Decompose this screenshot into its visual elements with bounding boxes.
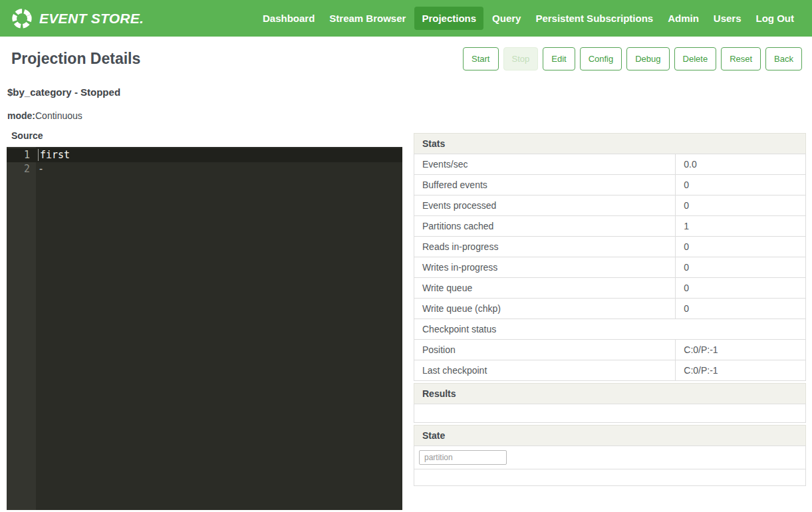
stat-label: Checkpoint status bbox=[414, 319, 806, 340]
stat-label: Last checkpoint bbox=[414, 360, 676, 381]
table-row: Buffered events 0 bbox=[414, 175, 806, 195]
stat-value: C:0/P:-1 bbox=[676, 360, 806, 381]
details-panel: Stats Events/sec 0.0 Buffered events 0 E… bbox=[414, 133, 806, 486]
logo-text: EVENT STORE. bbox=[39, 11, 144, 27]
edit-button[interactable]: Edit bbox=[543, 47, 575, 70]
nav-item-query[interactable]: Query bbox=[486, 7, 527, 29]
mode-value: Continuous bbox=[35, 110, 82, 121]
table-row: Events/sec 0.0 bbox=[414, 154, 806, 175]
table-row: Writes in-progress 0 bbox=[414, 257, 806, 278]
state-section-header: State bbox=[414, 425, 806, 446]
code-line: 2 - bbox=[7, 162, 402, 176]
source-code-editor[interactable]: 1 first 2 - bbox=[7, 147, 402, 510]
partition-input[interactable] bbox=[419, 450, 507, 465]
table-row: Checkpoint status bbox=[414, 319, 806, 340]
content-columns: Source 1 first 2 - Stats Events/sec 0.0 … bbox=[0, 130, 812, 510]
config-button[interactable]: Config bbox=[580, 47, 622, 70]
nav-item-stream-browser[interactable]: Stream Browser bbox=[323, 7, 412, 29]
source-panel: Source 1 first 2 - bbox=[7, 130, 402, 510]
nav-item-persistent-subscriptions[interactable]: Persistent Subscriptions bbox=[529, 7, 659, 29]
page-header: Projection Details Start Stop Edit Confi… bbox=[11, 47, 802, 70]
nav-item-dashboard[interactable]: Dashboard bbox=[257, 7, 321, 29]
line-number: 2 bbox=[7, 162, 36, 176]
stat-value: 0 bbox=[676, 195, 806, 216]
event-store-ring-icon bbox=[11, 7, 33, 30]
source-heading: Source bbox=[11, 130, 402, 141]
stats-table: Events/sec 0.0 Buffered events 0 Events … bbox=[414, 154, 806, 381]
delete-button[interactable]: Delete bbox=[674, 47, 717, 70]
stat-label: Reads in-progress bbox=[414, 237, 676, 257]
table-row: Partitions cached 1 bbox=[414, 216, 806, 237]
code-text: - bbox=[36, 162, 44, 176]
stat-label: Buffered events bbox=[414, 175, 676, 195]
stat-label: Events processed bbox=[414, 195, 676, 216]
stat-label: Partitions cached bbox=[414, 216, 676, 237]
back-button[interactable]: Back bbox=[765, 47, 802, 70]
stat-value: C:0/P:-1 bbox=[676, 340, 806, 360]
projection-toolbar: Start Stop Edit Config Debug Delete Rese… bbox=[463, 47, 802, 70]
table-row: Reads in-progress 0 bbox=[414, 237, 806, 257]
stat-label: Events/sec bbox=[414, 154, 676, 175]
reset-button[interactable]: Reset bbox=[721, 47, 761, 70]
table-row: Position C:0/P:-1 bbox=[414, 340, 806, 360]
debug-button[interactable]: Debug bbox=[626, 47, 669, 70]
stat-value: 0 bbox=[676, 175, 806, 195]
page-title: Projection Details bbox=[11, 50, 140, 68]
state-partition-row bbox=[414, 446, 806, 469]
code-text: first bbox=[36, 148, 70, 162]
projection-name-status: $by_category - Stopped bbox=[7, 86, 812, 98]
table-row: Events processed 0 bbox=[414, 195, 806, 216]
stats-section-header: Stats bbox=[414, 133, 806, 154]
stat-value: 0 bbox=[676, 257, 806, 278]
stat-value: 0 bbox=[676, 278, 806, 299]
table-row: Last checkpoint C:0/P:-1 bbox=[414, 360, 806, 381]
state-empty-row bbox=[414, 469, 806, 486]
table-row: Write queue 0 bbox=[414, 278, 806, 299]
stat-label: Write queue (chkp) bbox=[414, 299, 676, 319]
stat-value: 1 bbox=[676, 216, 806, 237]
nav-item-projections[interactable]: Projections bbox=[414, 7, 483, 30]
mode-label: mode: bbox=[7, 110, 35, 121]
stat-value: 0 bbox=[676, 237, 806, 257]
mode-line: mode:Continuous bbox=[7, 110, 812, 121]
stat-value: 0.0 bbox=[676, 154, 806, 175]
nav-item-admin[interactable]: Admin bbox=[662, 7, 705, 29]
line-number: 1 bbox=[7, 148, 36, 162]
nav-item-log-out[interactable]: Log Out bbox=[750, 7, 800, 29]
stat-value: 0 bbox=[676, 299, 806, 319]
stat-label: Write queue bbox=[414, 278, 676, 299]
top-navbar: EVENT STORE. Dashboard Stream Browser Pr… bbox=[0, 0, 812, 37]
start-button[interactable]: Start bbox=[463, 47, 498, 70]
nav-menu: Dashboard Stream Browser Projections Que… bbox=[257, 7, 800, 30]
code-line: 1 first bbox=[7, 148, 402, 162]
results-section-header: Results bbox=[414, 383, 806, 404]
results-empty-row bbox=[414, 404, 806, 423]
stat-label: Position bbox=[414, 340, 676, 360]
table-row: Write queue (chkp) 0 bbox=[414, 299, 806, 319]
stop-button[interactable]: Stop bbox=[503, 47, 539, 70]
event-store-logo[interactable]: EVENT STORE. bbox=[11, 7, 144, 30]
stat-label: Writes in-progress bbox=[414, 257, 676, 278]
nav-item-users[interactable]: Users bbox=[708, 7, 747, 29]
